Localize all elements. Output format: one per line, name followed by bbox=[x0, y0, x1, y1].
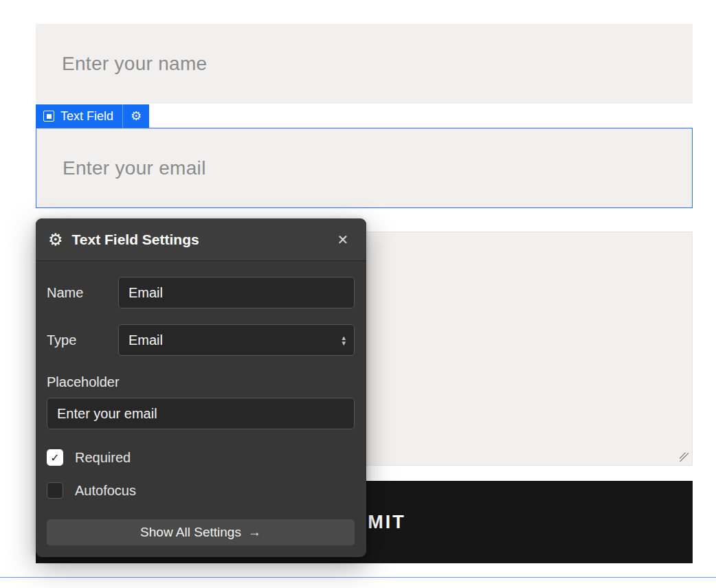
show-all-settings-button[interactable]: Show All Settings → bbox=[47, 519, 355, 545]
name-setting-label: Name bbox=[47, 285, 118, 301]
close-icon: ✕ bbox=[337, 231, 349, 248]
type-setting-row: Type Email ▴ ▾ bbox=[47, 324, 355, 356]
email-field[interactable] bbox=[36, 128, 693, 208]
placeholder-setting-input[interactable] bbox=[47, 398, 355, 429]
required-checkbox[interactable]: ✓ bbox=[47, 449, 63, 466]
text-field-icon bbox=[43, 111, 54, 122]
gear-icon: ⚙ bbox=[131, 109, 142, 124]
resize-handle-icon[interactable] bbox=[680, 453, 689, 462]
autofocus-checkbox[interactable] bbox=[47, 482, 63, 499]
select-carets-icon: ▴ ▾ bbox=[342, 335, 346, 346]
badge-label: Text Field bbox=[60, 109, 113, 124]
text-field-settings-panel: ⚙ Text Field Settings ✕ Name Type Email … bbox=[36, 218, 366, 557]
settings-gear-button[interactable]: ⚙ bbox=[123, 104, 149, 128]
name-input[interactable] bbox=[36, 24, 693, 104]
type-select[interactable]: Email ▴ ▾ bbox=[118, 324, 355, 356]
autofocus-label: Autofocus bbox=[75, 483, 136, 499]
checkbox-check-icon: ✓ bbox=[50, 451, 59, 464]
type-select-value: Email bbox=[128, 332, 342, 348]
panel-title: Text Field Settings bbox=[72, 231, 333, 248]
email-input[interactable] bbox=[36, 128, 692, 207]
autofocus-row[interactable]: Autofocus bbox=[47, 482, 355, 499]
designer-canvas: Text Field ⚙ SUBMIT ⚙ Text Field Setting… bbox=[0, 0, 716, 588]
section-boundary-line bbox=[0, 577, 716, 578]
type-setting-label: Type bbox=[47, 332, 118, 348]
panel-header: ⚙ Text Field Settings ✕ bbox=[36, 218, 366, 261]
badge-label-area[interactable]: Text Field bbox=[36, 104, 122, 128]
panel-body: Name Type Email ▴ ▾ Placeholder ✓ bbox=[36, 277, 366, 545]
arrow-right-icon: → bbox=[248, 525, 261, 540]
element-badge[interactable]: Text Field ⚙ bbox=[36, 104, 149, 128]
show-all-label: Show All Settings bbox=[140, 525, 241, 540]
name-field[interactable] bbox=[36, 24, 693, 104]
required-label: Required bbox=[75, 450, 131, 466]
close-button[interactable]: ✕ bbox=[333, 230, 353, 249]
required-row[interactable]: ✓ Required bbox=[47, 449, 355, 466]
placeholder-setting-label: Placeholder bbox=[47, 374, 355, 390]
name-setting-row: Name bbox=[47, 277, 355, 308]
caret-down-icon: ▾ bbox=[342, 340, 346, 346]
name-setting-input[interactable] bbox=[118, 277, 355, 308]
settings-gear-icon: ⚙ bbox=[48, 231, 63, 248]
